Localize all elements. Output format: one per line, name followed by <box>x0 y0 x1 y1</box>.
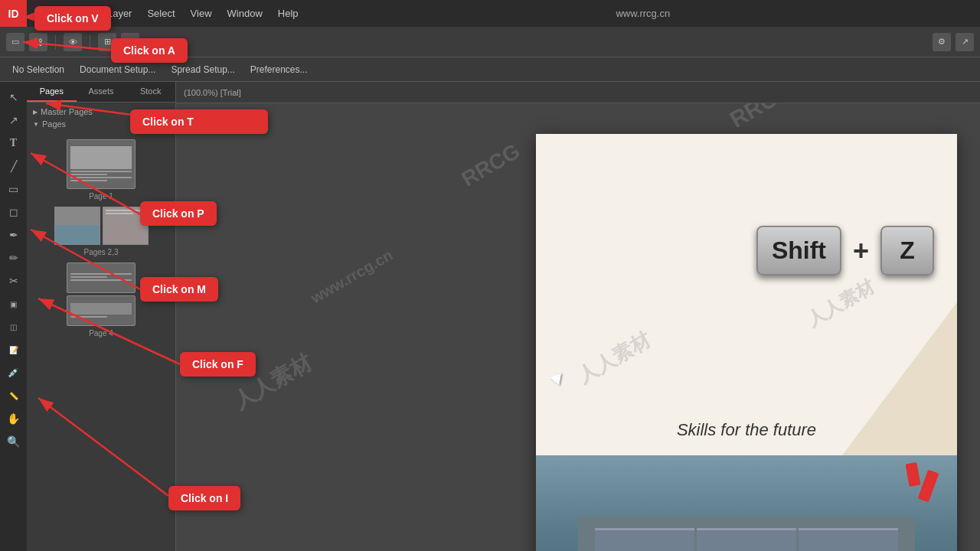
document-page[interactable]: Skills for the future <box>536 134 957 551</box>
site-url: www.rrcg.cn <box>306 8 980 19</box>
page-label-1: Page 1 <box>33 192 169 201</box>
pen-tool[interactable]: ✒ <box>3 224 24 246</box>
canvas-area[interactable]: (100.0%) [Trial] Skills for the future <box>176 82 980 551</box>
page-thumb-4a[interactable] <box>67 262 136 293</box>
thumb-img-2 <box>70 303 132 315</box>
fill-tool[interactable]: ▣ <box>3 293 24 315</box>
thumb-line <box>70 316 107 318</box>
menu-bar: ID Text Table Layer Select View Window H… <box>0 0 980 27</box>
hand-tool[interactable]: ✋ <box>3 408 24 429</box>
gradient-tool[interactable]: ◫ <box>3 316 24 337</box>
menu-text[interactable]: Text <box>27 0 60 27</box>
direct-select-tool[interactable]: ↗ <box>3 109 24 131</box>
thumb-line <box>70 174 107 175</box>
link-icon[interactable]: ⛓ <box>29 33 47 51</box>
menu-table[interactable]: Table <box>60 0 100 27</box>
thumb-img-1 <box>70 146 132 169</box>
line-tool[interactable]: ╱ <box>3 155 24 177</box>
eyedropper-tool[interactable]: 💉 <box>3 362 24 383</box>
toolbar: ▭ ⛓ 👁 ⊞ ✏ ⚙ ↗ <box>0 27 980 57</box>
page-label-4: Page 4 <box>33 329 169 337</box>
preview-icon[interactable]: 👁 <box>64 33 82 51</box>
pages-arrow: ▼ <box>33 121 39 128</box>
select-tool[interactable]: ↖ <box>3 86 24 108</box>
page-label-23: Pages 2,3 <box>33 248 169 256</box>
spread-setup-btn[interactable]: Spread Setup... <box>165 63 240 77</box>
page-group-23: Pages 2,3 <box>33 207 169 256</box>
page-thumb-1[interactable] <box>67 139 136 189</box>
tab-stock[interactable]: Stock <box>126 82 175 102</box>
page-thumbnails: Page 1 Pages 2,3 <box>27 136 175 347</box>
no-selection-btn[interactable]: No Selection <box>6 63 70 77</box>
menu-items: Text Table Layer Select View Window Help <box>27 0 306 27</box>
sub-toolbar: No Selection Document Setup... Spread Se… <box>0 57 980 82</box>
master-pages-label: ▶ Master Pages <box>33 107 169 116</box>
left-toolbox: ↖ ↗ T ╱ ▭ ◻ ✒ ✏ ✂ ▣ ◫ 📝 💉 📏 ✋ 🔍 <box>0 82 27 551</box>
frame-tool[interactable]: ▭ <box>3 178 24 200</box>
thumb-line <box>70 171 132 172</box>
zoom-level: (100.0%) [Trial] <box>184 88 241 97</box>
doc-page-content: Skills for the future <box>536 134 957 551</box>
shape-tool[interactable]: ◻ <box>3 201 24 223</box>
measure-tool[interactable]: 📏 <box>3 385 24 406</box>
z-key: Z <box>880 226 934 276</box>
pages-label: ▼ Pages <box>33 119 169 129</box>
thumb-line <box>70 180 107 181</box>
grid-icon[interactable]: ⊞ <box>98 33 116 51</box>
page-group-4: Page 4 <box>33 262 169 337</box>
keyboard-shortcut: Shift + Z <box>756 226 934 276</box>
menu-view[interactable]: View <box>183 0 220 27</box>
page-thumb-2 <box>54 207 100 245</box>
menu-select[interactable]: Select <box>139 0 182 27</box>
toolbar-separator-1 <box>55 34 56 50</box>
thumb-line <box>70 276 107 278</box>
page-group-1: Page 1 <box>33 139 169 201</box>
frame-tool-icon[interactable]: ▭ <box>6 33 24 51</box>
note-tool[interactable]: 📝 <box>3 339 24 360</box>
thumb-line <box>70 279 132 281</box>
settings-icon[interactable]: ⚙ <box>933 33 951 51</box>
expand-icon[interactable]: ↗ <box>956 33 974 51</box>
panel-section-master: ▶ Master Pages ▼ Pages <box>27 103 175 136</box>
scissors-tool[interactable]: ✂ <box>3 270 24 292</box>
doc-building <box>536 455 957 551</box>
thumb-line <box>70 273 132 275</box>
doc-tagline: Skills for the future <box>677 420 816 440</box>
menu-layer[interactable]: Layer <box>100 0 140 27</box>
menu-help[interactable]: Help <box>270 0 306 27</box>
page-thumb-3 <box>103 207 149 245</box>
tab-pages[interactable]: Pages <box>27 82 77 102</box>
toolbar-separator-2 <box>90 34 90 50</box>
shift-key: Shift <box>756 226 841 276</box>
plus-sign: + <box>853 235 869 267</box>
app-icon: ID <box>0 0 27 27</box>
preferences-btn[interactable]: Preferences... <box>244 63 314 77</box>
thumb-line <box>70 177 132 178</box>
zoom-tool[interactable]: 🔍 <box>3 431 24 452</box>
pencil-tool[interactable]: ✏ <box>3 247 24 269</box>
canvas-inner: Skills for the future <box>176 103 980 551</box>
master-pages-arrow: ▶ <box>33 109 38 116</box>
tab-assets[interactable]: Assets <box>77 82 126 102</box>
status-bar: (100.0%) [Trial] <box>176 82 980 103</box>
page-thumb-23[interactable] <box>33 207 169 245</box>
panel-area: Pages Assets Stock ▶ Master Pages ▼ Page… <box>27 82 176 551</box>
text-tool[interactable]: T <box>3 132 24 154</box>
menu-window[interactable]: Window <box>220 0 270 27</box>
page-thumb-4b[interactable] <box>67 295 136 326</box>
panel-tabs: Pages Assets Stock <box>27 82 175 103</box>
pen-icon[interactable]: ✏ <box>121 33 139 51</box>
document-setup-btn[interactable]: Document Setup... <box>74 63 162 77</box>
